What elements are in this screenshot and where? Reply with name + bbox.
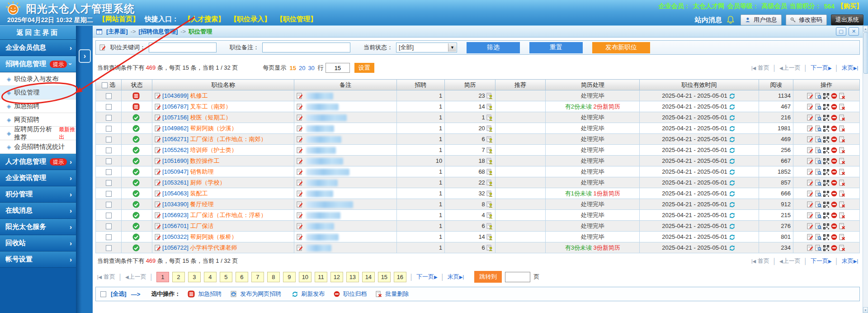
qrcode-icon[interactable] <box>823 191 829 197</box>
position-name-link[interactable]: 小学科学代课老师 <box>190 244 237 251</box>
delete-position-icon[interactable] <box>839 104 845 110</box>
row-checkbox[interactable] <box>106 180 112 186</box>
first-page-link[interactable]: |◀ 首页 <box>751 64 769 72</box>
archive-position-icon[interactable] <box>831 201 837 208</box>
edit-position-icon[interactable] <box>807 190 813 197</box>
edit-position-icon[interactable] <box>807 158 813 164</box>
prev-page-link[interactable]: ◀上一页 <box>779 64 801 72</box>
edit-position-icon[interactable] <box>807 125 813 132</box>
refresh-publish-icon[interactable] <box>292 291 298 297</box>
position-id-link[interactable]: [1053261] <box>162 179 189 186</box>
action-刷新发布[interactable]: 刷新发布 <box>290 290 325 298</box>
position-name-link[interactable]: 工厂保洁（工作地点：南郊） <box>190 136 267 142</box>
user-info-button[interactable]: 用户信息 <box>741 14 782 25</box>
delete-position-icon[interactable] <box>839 158 845 164</box>
row-checkbox[interactable] <box>106 147 112 153</box>
sidebar-item-职位录入与发布[interactable]: ◈ 职位录入与发布 <box>0 72 76 86</box>
qrcode-icon[interactable] <box>823 158 829 164</box>
archive-position-icon[interactable] <box>831 190 837 197</box>
edit-position-icon[interactable] <box>155 223 161 229</box>
position-name-link[interactable]: 数控操作工 <box>190 157 220 164</box>
resume-icon[interactable] <box>486 245 493 251</box>
resume-icon[interactable] <box>486 169 493 175</box>
edit-position-icon[interactable] <box>155 104 161 110</box>
scrollbar-thumb[interactable] <box>863 32 868 74</box>
position-id-link[interactable]: [1043699] <box>162 92 189 99</box>
delete-position-icon[interactable] <box>839 223 845 229</box>
delete-position-icon[interactable] <box>839 245 845 251</box>
action-加急招聘[interactable]: 加急招聘 <box>188 290 222 298</box>
view-position-icon[interactable] <box>815 245 821 251</box>
bell-icon[interactable] <box>726 15 735 24</box>
refresh-validity-icon[interactable] <box>729 104 735 110</box>
refresh-validity-icon[interactable] <box>729 169 735 175</box>
edit-note-icon[interactable] <box>297 234 303 240</box>
row-checkbox[interactable] <box>106 213 112 218</box>
edit-position-icon[interactable] <box>807 169 813 175</box>
set-rows-button[interactable]: 设置 <box>354 63 374 73</box>
edit-position-icon[interactable] <box>155 234 161 240</box>
edit-position-icon[interactable] <box>807 136 813 142</box>
sidebar-group-企业会员信息[interactable]: 企业会员信息 › <box>0 40 76 56</box>
edit-position-icon[interactable] <box>155 201 161 208</box>
view-position-icon[interactable] <box>815 158 821 164</box>
edit-position-icon[interactable] <box>155 245 161 251</box>
buy-points-link[interactable]: 【购买】 <box>837 2 863 10</box>
status-select[interactable]: [全部] ▼ <box>396 43 457 52</box>
resume-icon[interactable] <box>486 147 493 153</box>
position-id-link[interactable]: [1056701] <box>162 223 189 229</box>
page-number-3[interactable]: 3 <box>188 272 201 282</box>
row-checkbox[interactable] <box>106 137 112 142</box>
sidebar-item-网页招聘[interactable]: ◈ 网页招聘 <box>0 113 76 127</box>
jump-page-input[interactable] <box>505 272 530 282</box>
refresh-validity-icon[interactable] <box>729 147 735 153</box>
qrcode-icon[interactable] <box>823 245 829 251</box>
edit-position-icon[interactable] <box>807 212 813 218</box>
prev-page-link[interactable]: ◀上一页 <box>779 257 801 265</box>
position-id-link[interactable]: [1050947] <box>162 168 189 175</box>
page-number-2[interactable]: 2 <box>172 272 185 282</box>
view-position-icon[interactable] <box>815 104 821 110</box>
resume-icon[interactable] <box>486 190 493 197</box>
row-checkbox[interactable] <box>106 126 112 132</box>
view-position-icon[interactable] <box>815 190 821 197</box>
page-number-13[interactable]: 13 <box>346 272 359 282</box>
edit-note-icon[interactable] <box>297 136 303 142</box>
archive-position-icon[interactable] <box>831 169 837 175</box>
refresh-validity-icon[interactable] <box>729 126 735 132</box>
quick-link-0[interactable]: 【人才搜索】 <box>184 15 225 24</box>
note-input[interactable] <box>262 43 350 52</box>
first-page-link[interactable]: |◀ 首页 <box>97 273 115 281</box>
logout-button[interactable]: 退出系统 <box>831 14 863 25</box>
vertical-scrollbar[interactable]: ▲ ▼ <box>863 26 868 313</box>
view-position-icon[interactable] <box>815 125 821 132</box>
qrcode-icon[interactable] <box>823 180 829 186</box>
page-number-1[interactable]: 1 <box>156 272 169 282</box>
position-name-link[interactable]: 厨师（学校） <box>190 179 226 186</box>
position-name-link[interactable]: 校医（短期工） <box>190 114 231 121</box>
resume-icon[interactable] <box>486 125 493 132</box>
select-all-link[interactable]: [全选] <box>111 290 127 298</box>
row-checkbox[interactable] <box>106 202 112 208</box>
next-page-link[interactable]: 下一页▶ <box>811 64 832 72</box>
home-link[interactable]: 【网站首页】 <box>99 15 139 24</box>
refresh-validity-icon[interactable] <box>729 223 735 229</box>
site-messages-label[interactable]: 站内消息 <box>695 16 722 24</box>
action-发布为网页招聘[interactable]: 发布为网页招聘 <box>231 290 281 298</box>
resume-icon[interactable] <box>486 93 493 99</box>
per-page-option-15[interactable]: 15 <box>289 65 296 71</box>
per-page-option-20[interactable]: 20 <box>299 65 305 71</box>
edit-position-icon[interactable] <box>807 245 813 251</box>
back-to-main-button[interactable]: 返回主界面 <box>0 26 76 40</box>
select-all-checkbox[interactable] <box>100 291 106 297</box>
edit-note-icon[interactable] <box>297 169 303 175</box>
row-checkbox[interactable] <box>106 158 112 164</box>
action-批量删除[interactable]: 批量删除 <box>376 290 409 298</box>
page-number-6[interactable]: 6 <box>236 272 248 282</box>
sidebar-group-招聘信息管理[interactable]: 招聘信息管理 提示 › <box>0 56 76 72</box>
edit-note-icon[interactable] <box>297 245 303 251</box>
refresh-validity-icon[interactable] <box>729 180 735 186</box>
breadcrumb-section[interactable]: [招聘信息管理] <box>139 28 178 36</box>
page-number-5[interactable]: 5 <box>220 272 232 282</box>
sidebar-group-在线消息[interactable]: 在线消息 › <box>0 203 76 219</box>
